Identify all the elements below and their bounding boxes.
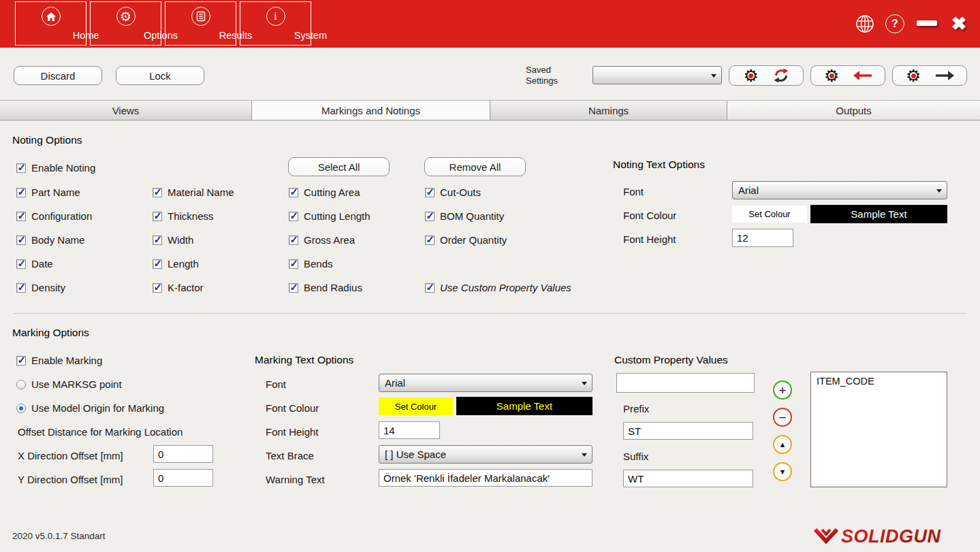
tab-markings-and-notings[interactable]: Markings and Notings: [251, 101, 490, 120]
settings-refresh-button[interactable]: ⚙: [729, 65, 804, 86]
x-offset-label: X Direction Offset [mm]: [18, 450, 123, 461]
select-all-button[interactable]: Select All: [288, 157, 390, 176]
lock-button[interactable]: Lock: [116, 66, 204, 85]
checkbox-icon: [16, 259, 26, 269]
checkbox-icon: [289, 283, 298, 293]
new-property-input[interactable]: [616, 373, 755, 393]
noting-font-colour-label: Font Colour: [623, 210, 676, 221]
checkbox-icon: [16, 356, 26, 366]
noting-sample-text-swatch: Sample Text: [810, 205, 947, 223]
move-up-button[interactable]: ▲: [773, 435, 792, 454]
checkbox-icon: [153, 212, 162, 221]
help-icon: ?: [885, 14, 904, 33]
suffix-label: Suffix: [623, 451, 648, 462]
gear-icon: ⚙: [823, 66, 840, 85]
prefix-label: Prefix: [623, 403, 649, 415]
home-icon: [42, 7, 61, 26]
noting-font-label: Font: [623, 186, 644, 197]
checkbox-use-custom-property-values[interactable]: Use Custom Property Values: [425, 282, 571, 293]
close-button[interactable]: ✖: [948, 14, 970, 33]
minus-icon: −: [778, 411, 786, 424]
marking-font-height-input[interactable]: [379, 421, 440, 439]
section-divider: [14, 313, 966, 314]
noting-options-title: Noting Options: [12, 134, 82, 146]
tab-outputs[interactable]: Outputs: [727, 101, 980, 120]
checkbox-part-name[interactable]: Part Name: [16, 186, 80, 198]
checkbox-order-quantity[interactable]: Order Quantity: [425, 234, 507, 246]
help-button[interactable]: ?: [885, 14, 904, 33]
checkbox-icon: [153, 236, 162, 245]
nav-system-button[interactable]: i System: [240, 1, 311, 46]
results-list-icon: [191, 7, 210, 26]
checkbox-icon: [425, 236, 434, 245]
marking-set-colour-button[interactable]: Set Colour: [379, 397, 453, 415]
property-list-item[interactable]: ITEM_CODE: [811, 372, 947, 390]
checkbox-icon: [16, 188, 26, 197]
saved-settings-select[interactable]: [592, 66, 722, 84]
nav-results-button[interactable]: Results: [165, 1, 236, 46]
tab-namings[interactable]: Namings: [490, 101, 727, 120]
checkbox-configuration[interactable]: Configuration: [16, 210, 92, 222]
checkbox-icon: [16, 163, 26, 173]
x-offset-input[interactable]: [153, 445, 213, 463]
checkbox-cut-outs[interactable]: Cut-Outs: [425, 186, 481, 198]
nav-options-button[interactable]: ⚙ Options: [90, 1, 161, 46]
checkbox-bend-radius[interactable]: Bend Radius: [289, 282, 362, 293]
minimize-icon: [917, 20, 937, 26]
offset-distance-title: Offset Distance for Marking Location: [18, 426, 183, 438]
chevron-down-icon: [582, 382, 587, 385]
checkbox-icon: [425, 188, 434, 197]
checkbox-date[interactable]: Date: [16, 258, 53, 270]
discard-button[interactable]: Discard: [14, 66, 102, 85]
checkbox-enable-marking[interactable]: Enable Marking: [16, 355, 102, 366]
radio-use-model-origin[interactable]: Use Model Origin for Marking: [16, 402, 164, 414]
chevron-down-icon: [936, 189, 942, 193]
minimize-button[interactable]: [917, 20, 937, 26]
checkbox-thickness[interactable]: Thickness: [153, 210, 214, 222]
checkbox-gross-area[interactable]: Gross Area: [289, 234, 355, 246]
language-globe-button[interactable]: [855, 14, 874, 33]
checkbox-k-factor[interactable]: K-factor: [153, 282, 204, 293]
checkbox-icon: [425, 212, 434, 221]
checkbox-cutting-area[interactable]: Cutting Area: [289, 186, 360, 198]
warning-text-input[interactable]: [379, 469, 592, 487]
move-down-button[interactable]: ▼: [773, 462, 792, 481]
checkbox-bom-quantity[interactable]: BOM Quantity: [425, 210, 504, 222]
checkbox-length[interactable]: Length: [153, 258, 199, 270]
marking-font-select[interactable]: Arial: [379, 374, 592, 392]
custom-property-values-title: Custom Property Values: [614, 354, 728, 366]
checkbox-cutting-length[interactable]: Cutting Length: [289, 210, 370, 222]
checkbox-material-name[interactable]: Material Name: [153, 186, 234, 198]
noting-set-colour-button[interactable]: Set Colour: [732, 206, 807, 223]
noting-font-height-input[interactable]: [732, 229, 793, 247]
y-offset-input[interactable]: [153, 469, 213, 487]
add-property-button[interactable]: +: [773, 380, 792, 400]
version-text: 2020 v5.0.1.7 Standart: [12, 531, 106, 541]
suffix-input[interactable]: [623, 470, 753, 487]
settings-export-button[interactable]: ⚙: [892, 65, 967, 86]
checkbox-bends[interactable]: Bends: [289, 258, 333, 270]
noting-font-select[interactable]: Arial: [732, 181, 947, 199]
property-list[interactable]: ITEM_CODE: [810, 372, 947, 487]
nav-home-button[interactable]: Home: [15, 1, 86, 46]
system-info-icon: i: [266, 7, 285, 26]
marking-text-options-title: Marking Text Options: [255, 354, 353, 366]
noting-text-options-title: Noting Text Options: [613, 159, 705, 171]
radio-icon: [16, 380, 26, 389]
y-offset-label: Y Direction Offset [mm]: [18, 474, 123, 485]
text-brace-select[interactable]: [ ] Use Space: [379, 445, 592, 464]
settings-import-button[interactable]: ⚙: [810, 65, 885, 86]
tab-views[interactable]: Views: [0, 101, 251, 120]
prefix-input[interactable]: [623, 422, 753, 440]
checkbox-enable-noting[interactable]: Enable Noting: [16, 162, 95, 174]
radio-use-marksg-point[interactable]: Use MARKSG point: [16, 378, 122, 390]
checkbox-density[interactable]: Density: [16, 282, 65, 293]
arrow-right-icon: [934, 69, 955, 82]
saved-settings-label: Saved Settings: [526, 65, 558, 86]
remove-property-button[interactable]: −: [773, 408, 792, 427]
marking-options-title: Marking Options: [12, 327, 89, 339]
checkbox-width[interactable]: Width: [153, 234, 193, 246]
nav-system-label: System: [276, 30, 346, 41]
remove-all-button[interactable]: Remove All: [424, 157, 526, 176]
checkbox-body-name[interactable]: Body Name: [16, 234, 84, 246]
